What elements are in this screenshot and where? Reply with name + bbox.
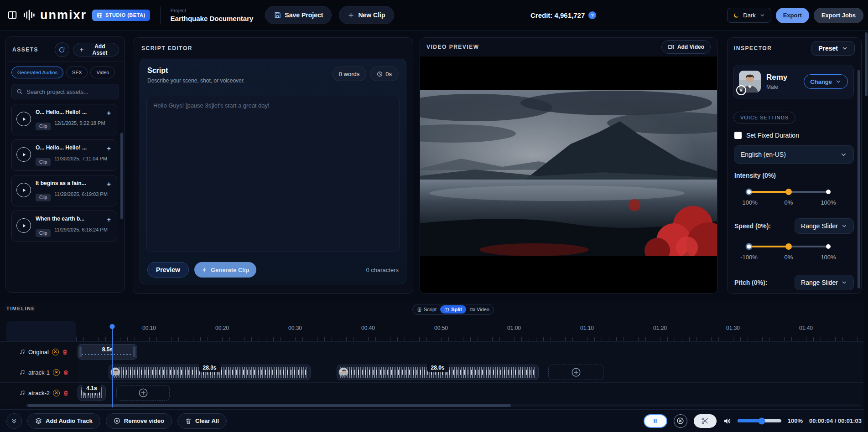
- inspector-scrollbar[interactable]: [858, 70, 860, 288]
- save-project-button[interactable]: Save Project: [265, 6, 332, 24]
- inspector-panel: INSPECTOR Preset Remy Male Change VOICE …: [727, 37, 862, 294]
- asset-title: It begins as a fain...: [36, 180, 86, 186]
- timeline-title: TIMELINE: [6, 306, 35, 311]
- add-clip-dropzone[interactable]: [548, 365, 603, 380]
- mode-script-label: Script: [424, 307, 437, 312]
- audio-clip[interactable]: 28.3s: [109, 365, 311, 380]
- remove-video-button[interactable]: Remove video: [106, 413, 172, 429]
- playback-controls: 100% 00:00:04 / 00:01:03: [644, 414, 862, 428]
- slider-max-handle[interactable]: [826, 190, 831, 194]
- add-asset-button[interactable]: Add Asset: [73, 43, 119, 57]
- delete-track-icon[interactable]: [63, 390, 69, 396]
- fixed-duration-checkbox[interactable]: [734, 132, 742, 139]
- sidebar-toggle-icon[interactable]: [7, 10, 17, 20]
- audio-clip[interactable]: 4.1s: [78, 385, 106, 401]
- asset-item[interactable]: O... Hello... Hello! ...+ Clip12/1/2025,…: [11, 104, 117, 135]
- add-video-button[interactable]: Add Video: [661, 40, 711, 54]
- add-to-timeline-button[interactable]: +: [105, 109, 112, 117]
- add-audio-track-label: Add Audio Track: [46, 417, 93, 424]
- export-button[interactable]: Export: [776, 8, 809, 23]
- play-asset-button[interactable]: [16, 112, 31, 126]
- pitch-mode-dropdown[interactable]: Range Slider: [795, 275, 854, 290]
- clip-duration: 8.5s: [102, 346, 113, 353]
- mute-track-icon[interactable]: ✕: [52, 349, 59, 355]
- refresh-assets-button[interactable]: [55, 42, 69, 57]
- slider-max-handle[interactable]: [826, 244, 831, 249]
- generate-clip-button[interactable]: Generate Clip: [194, 262, 257, 278]
- mute-track-icon[interactable]: ✕: [53, 369, 60, 376]
- add-to-timeline-button[interactable]: +: [105, 144, 112, 152]
- pause-button[interactable]: [644, 414, 667, 428]
- asset-date: 11/29/2025, 6:19:03 PM: [54, 190, 108, 199]
- clear-all-button[interactable]: Clear All: [177, 413, 227, 429]
- slider-min-handle[interactable]: [747, 245, 751, 249]
- intensity-slider[interactable]: [749, 189, 828, 195]
- video-stage[interactable]: [420, 57, 717, 293]
- mode-video[interactable]: Video: [470, 307, 489, 312]
- play-asset-button[interactable]: [16, 218, 31, 233]
- tab-sfx[interactable]: SFX: [66, 67, 88, 78]
- theme-select[interactable]: Dark: [727, 8, 771, 23]
- timeline-mode-toggle: Script Split Video: [412, 304, 494, 315]
- add-to-timeline-button[interactable]: +: [105, 180, 112, 188]
- mode-script[interactable]: Script: [417, 307, 437, 312]
- speed-slider[interactable]: [749, 244, 828, 249]
- tab-video[interactable]: Video: [90, 67, 115, 78]
- hscroll-thumb[interactable]: [27, 404, 511, 407]
- delete-track-icon[interactable]: [62, 349, 68, 355]
- stop-button[interactable]: [674, 414, 687, 428]
- brand-name: unmixr: [40, 8, 87, 22]
- mute-track-icon[interactable]: ✕: [53, 390, 60, 396]
- clip-original[interactable]: 8.5s: [78, 344, 137, 360]
- collapse-timeline-button[interactable]: [6, 413, 22, 429]
- video-preview-header: VIDEO PREVIEW Add Video: [420, 38, 717, 56]
- export-jobs-button[interactable]: Export Jobs: [814, 8, 863, 23]
- preset-dropdown[interactable]: Preset: [811, 41, 855, 56]
- play-asset-button[interactable]: [16, 147, 31, 162]
- slider-mid-handle[interactable]: [785, 189, 792, 195]
- search-input[interactable]: [26, 88, 114, 95]
- audio-clip[interactable]: 28.0s: [337, 365, 539, 380]
- delete-track-icon[interactable]: [63, 370, 69, 375]
- volume-thumb[interactable]: [758, 417, 765, 424]
- playhead[interactable]: [112, 326, 113, 407]
- speed-mode-dropdown[interactable]: Range Slider: [795, 218, 854, 234]
- tab-generated-audios[interactable]: Generated Audios: [11, 67, 63, 78]
- asset-item[interactable]: O... Hello... Hello! ...+ Clip11/30/2025…: [11, 139, 117, 171]
- add-to-timeline-button[interactable]: +: [105, 216, 112, 223]
- ruler-label: 01:10: [580, 325, 594, 331]
- speed-label: Speed (0%):: [734, 222, 771, 230]
- play-asset-button[interactable]: [16, 183, 31, 197]
- duration-value: 0s: [385, 71, 392, 77]
- language-select[interactable]: English (en-US): [734, 145, 854, 164]
- mode-split[interactable]: Split: [440, 305, 466, 314]
- voice-play-button[interactable]: [736, 85, 746, 95]
- new-clip-button[interactable]: New Clip: [339, 6, 394, 24]
- slider-mid-handle[interactable]: [785, 243, 792, 250]
- ruler-ticks[interactable]: [76, 337, 863, 341]
- preview-button[interactable]: Preview: [147, 262, 189, 278]
- assets-scrollbar[interactable]: [120, 133, 123, 219]
- timeline-hscrollbar[interactable]: [25, 404, 862, 407]
- script-textarea[interactable]: [147, 96, 399, 252]
- asset-item[interactable]: When the earth b...+ Clip11/29/2025, 6:1…: [11, 211, 117, 242]
- inspector-title: INSPECTOR: [734, 45, 772, 51]
- credit-help-icon[interactable]: ?: [588, 11, 596, 19]
- slider-min-handle[interactable]: [747, 190, 751, 194]
- speaker-icon[interactable]: [723, 417, 731, 425]
- add-clip-dropzone[interactable]: [116, 385, 170, 401]
- voice-avatar: [739, 71, 761, 93]
- fixed-duration-row[interactable]: Set Fixed Duration: [734, 132, 861, 139]
- page-scrollbar[interactable]: [864, 31, 868, 432]
- volume-slider[interactable]: [738, 419, 781, 422]
- add-audio-track-button[interactable]: Add Audio Track: [27, 413, 100, 429]
- cut-button[interactable]: [694, 414, 717, 428]
- ruler-label: 01:30: [726, 325, 740, 331]
- voice-card: Remy Male Change: [733, 65, 854, 98]
- page-scroll-thumb[interactable]: [865, 32, 868, 96]
- script-card-header: Script Describe your scene, shot, or voi…: [140, 59, 406, 89]
- asset-item[interactable]: It begins as a fain...+ Clip11/29/2025, …: [11, 175, 117, 206]
- asset-title: When the earth b...: [36, 216, 84, 222]
- plus-circle-icon: [138, 388, 148, 398]
- change-voice-button[interactable]: Change: [804, 74, 848, 89]
